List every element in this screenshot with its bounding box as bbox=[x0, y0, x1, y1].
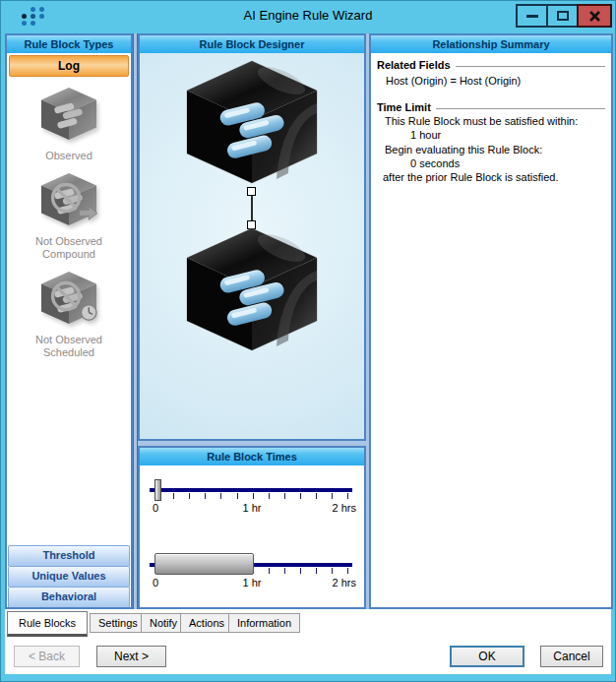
ai-engine-rule-wizard-window: AI Engine Rule Wizard Rule Block Types L… bbox=[0, 0, 616, 682]
time-limit-line: This Rule Block must be satisfied within… bbox=[377, 115, 605, 128]
rule-block-times-panel: Rule Block Times 0 1 hr 2 hrs 0 1 hr 2 h… bbox=[138, 446, 366, 609]
rule-block-cube-icon bbox=[178, 59, 326, 185]
slider2-label-2hrs: 2 hrs bbox=[333, 577, 356, 589]
time-limit-value: 0 seconds bbox=[377, 157, 605, 170]
not-observed-scheduled-icon bbox=[37, 271, 100, 326]
minimize-button[interactable] bbox=[516, 4, 548, 28]
not-observed-compound-icon bbox=[37, 172, 100, 227]
time-limit-value: 1 hour bbox=[377, 129, 605, 142]
rule-block-times-header: Rule Block Times bbox=[140, 448, 364, 465]
tab-settings[interactable]: Settings bbox=[90, 613, 147, 633]
unique-values-category-button[interactable]: Unique Values bbox=[8, 566, 130, 587]
minimize-icon bbox=[526, 15, 538, 18]
time-limit-title: Time Limit bbox=[377, 101, 431, 113]
rule-block-designer-panel: Rule Block Designer bbox=[138, 33, 366, 441]
type-label-not-observed-scheduled: Not Observed Scheduled bbox=[7, 334, 131, 359]
tab-rule-blocks[interactable]: Rule Blocks bbox=[7, 611, 88, 637]
type-item-not-observed-scheduled[interactable]: Not Observed Scheduled bbox=[7, 271, 131, 359]
time-limit-line: after the prior Rule Block is satisfied. bbox=[377, 171, 605, 184]
title-bar[interactable]: AI Engine Rule Wizard bbox=[1, 1, 615, 31]
type-label-not-observed-compound: Not Observed Compound bbox=[7, 235, 131, 261]
slider2-label-0: 0 bbox=[153, 577, 158, 589]
time-limit-line: Begin evaluating this Rule Block: bbox=[377, 144, 605, 156]
section-divider bbox=[436, 108, 605, 109]
bottom-strip: Rule Blocks Settings Notify Actions Info… bbox=[5, 609, 611, 674]
tab-actions[interactable]: Actions bbox=[180, 613, 233, 633]
slider1-label-0: 0 bbox=[153, 502, 158, 514]
rule-block-node-2[interactable] bbox=[178, 226, 326, 356]
rule-block-types-header: Rule Block Types bbox=[7, 35, 131, 53]
next-button[interactable]: Next > bbox=[96, 646, 166, 667]
type-label-observed: Observed bbox=[7, 150, 131, 162]
log-type-button[interactable]: Log bbox=[9, 55, 129, 77]
designer-canvas bbox=[140, 53, 364, 441]
relationship-summary-header: Relationship Summary bbox=[371, 35, 611, 53]
relationship-summary-panel: Relationship Summary Related Fields Host… bbox=[369, 33, 613, 609]
ok-button[interactable]: OK bbox=[450, 646, 524, 667]
related-fields-value: Host (Origin) = Host (Origin) bbox=[377, 74, 605, 88]
slider1-label-1hr: 1 hr bbox=[243, 502, 262, 514]
slider2-label-1hr: 1 hr bbox=[243, 577, 262, 589]
time-limit-slider-ticks bbox=[157, 493, 348, 499]
close-button[interactable] bbox=[577, 4, 612, 28]
rule-block-types-panel: Rule Block Types Log Observed bbox=[5, 33, 133, 609]
threshold-category-button[interactable]: Threshold bbox=[8, 545, 130, 566]
maximize-button[interactable] bbox=[546, 4, 579, 28]
slider1-label-2hrs: 2 hrs bbox=[333, 502, 356, 514]
cancel-button[interactable]: Cancel bbox=[540, 646, 603, 667]
rule-block-cube-icon bbox=[178, 226, 326, 352]
related-fields-title: Related Fields bbox=[377, 59, 451, 71]
close-icon bbox=[588, 10, 601, 23]
back-button[interactable]: < Back bbox=[14, 646, 80, 667]
type-item-not-observed-compound[interactable]: Not Observed Compound bbox=[7, 172, 131, 261]
section-divider bbox=[456, 66, 605, 67]
connector-handle-top[interactable] bbox=[247, 187, 256, 196]
rule-block-node-1[interactable] bbox=[178, 59, 326, 189]
rule-block-designer-header: Rule Block Designer bbox=[140, 35, 364, 53]
time-limit-slider-thumb[interactable] bbox=[154, 479, 161, 501]
observed-cube-icon bbox=[37, 87, 100, 142]
times-body: 0 1 hr 2 hrs 0 1 hr 2 hrs bbox=[140, 465, 364, 609]
evaluation-slider-range-bar[interactable] bbox=[154, 553, 254, 575]
tab-information[interactable]: Information bbox=[228, 613, 300, 633]
time-limit-slider-track[interactable] bbox=[150, 488, 352, 492]
type-item-observed[interactable]: Observed bbox=[7, 87, 131, 162]
summary-body: Related Fields Host (Origin) = Host (Ori… bbox=[371, 53, 611, 184]
maximize-icon bbox=[557, 11, 569, 21]
behavioral-category-button[interactable]: Behavioral bbox=[8, 587, 130, 607]
